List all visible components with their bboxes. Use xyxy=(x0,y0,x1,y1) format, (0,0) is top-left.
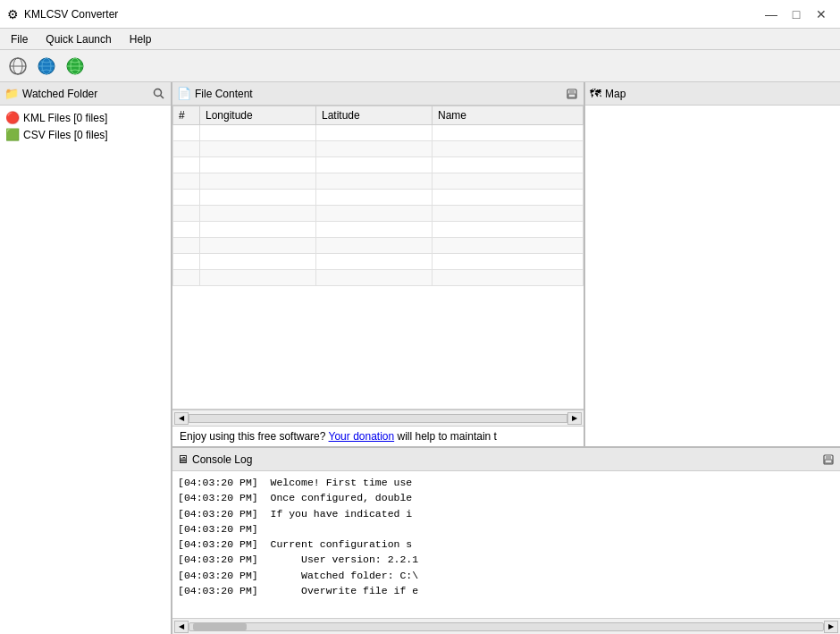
svg-rect-13 xyxy=(568,94,575,97)
toolbar-globe1-icon[interactable] xyxy=(34,54,59,79)
table-cell xyxy=(316,173,433,190)
table-cell xyxy=(433,141,584,157)
console-line: [04:03:20 PM] xyxy=(178,521,835,537)
table-row xyxy=(173,141,584,157)
console-scroll-right-btn[interactable]: ▶ xyxy=(824,621,838,633)
table-cell xyxy=(433,125,584,141)
console-title: Console Log xyxy=(192,453,818,466)
table-cell xyxy=(200,238,316,254)
file-content-hscrollbar[interactable]: ◀ ▶ xyxy=(172,410,584,426)
table-cell xyxy=(316,206,433,222)
file-content-action-icon[interactable] xyxy=(565,87,579,101)
app-icon: ⚙ xyxy=(7,7,19,21)
console-scroll-left-btn[interactable]: ◀ xyxy=(174,621,189,633)
link-icon-svg xyxy=(8,56,28,76)
maximize-button[interactable]: □ xyxy=(785,5,808,23)
table-cell xyxy=(173,270,200,286)
table-cell xyxy=(200,157,316,173)
kml-icon: 🔴 xyxy=(5,111,20,124)
scroll-left-btn[interactable]: ◀ xyxy=(174,412,189,425)
table-cell xyxy=(316,125,433,141)
svg-rect-16 xyxy=(825,460,832,463)
svg-rect-12 xyxy=(569,89,575,93)
console-line: [04:03:20 PM] User version: 2.2.1 xyxy=(178,552,835,567)
col-longitude: Longitude xyxy=(200,106,316,125)
svg-rect-15 xyxy=(826,455,831,459)
table-cell xyxy=(433,173,584,190)
col-number: # xyxy=(173,106,200,125)
console-header: 🖥 Console Log xyxy=(172,448,840,471)
table-cell xyxy=(173,222,200,238)
table-row xyxy=(173,125,584,141)
console-output: [04:03:20 PM] Welcome! First time use[04… xyxy=(172,471,840,618)
title-bar: ⚙ KMLCSV Converter — □ ✕ xyxy=(0,0,840,29)
table-cell xyxy=(200,190,316,206)
globe1-icon-svg xyxy=(37,56,56,76)
svg-line-10 xyxy=(161,95,164,98)
console-scroll-track[interactable] xyxy=(189,622,824,631)
close-button[interactable]: ✕ xyxy=(810,5,833,23)
console-action-icon[interactable] xyxy=(821,452,836,467)
table-cell xyxy=(316,254,433,270)
table-cell xyxy=(316,157,433,173)
table-cell xyxy=(316,141,433,157)
file-table-scroll[interactable]: # Longitude Latitude Name xyxy=(172,106,584,410)
console-panel: 🖥 Console Log [04:03:20 PM] Welcome! Fir… xyxy=(172,446,840,634)
table-cell xyxy=(433,238,584,254)
minimize-button[interactable]: — xyxy=(760,5,783,23)
table-cell xyxy=(200,222,316,238)
kml-files-label: KML Files [0 files] xyxy=(23,112,107,124)
csv-files-item[interactable]: 🟩 CSV Files [0 files] xyxy=(2,126,169,143)
file-content-icon: 📄 xyxy=(177,87,191,100)
toolbar-globe2-icon[interactable] xyxy=(63,54,88,79)
watched-folder-icon: 📁 xyxy=(4,87,19,100)
right-layout: 📄 File Content xyxy=(172,82,840,634)
table-cell xyxy=(433,206,584,222)
map-panel: 🗺 Map xyxy=(585,82,840,446)
table-cell xyxy=(316,190,433,206)
map-icon: 🗺 xyxy=(590,87,601,100)
table-cell xyxy=(173,125,200,141)
console-line: [04:03:20 PM] Overwrite file if e xyxy=(178,583,835,598)
menu-help[interactable]: Help xyxy=(122,31,159,47)
map-title: Map xyxy=(605,88,836,100)
menu-quicklaunch[interactable]: Quick Launch xyxy=(38,31,118,47)
donation-bar: Enjoy using this free software? Your don… xyxy=(172,426,584,446)
table-cell xyxy=(200,254,316,270)
table-cell xyxy=(200,141,316,157)
table-row xyxy=(173,157,584,173)
file-content-table: # Longitude Latitude Name xyxy=(172,106,584,286)
menu-file[interactable]: File xyxy=(4,31,35,47)
console-line: [04:03:20 PM] Current configuration s xyxy=(178,537,835,552)
file-tree: 🔴 KML Files [0 files] 🟩 CSV Files [0 fil… xyxy=(0,106,171,634)
table-cell xyxy=(316,238,433,254)
watched-folder-title: Watched Folder xyxy=(22,88,148,100)
table-row xyxy=(173,206,584,222)
watched-folder-panel: 📁 Watched Folder 🔴 KML Files [0 files] 🟩… xyxy=(0,82,172,634)
csv-files-label: CSV Files [0 files] xyxy=(23,129,108,141)
table-cell xyxy=(200,125,316,141)
file-content-header: 📄 File Content xyxy=(172,82,584,106)
table-cell xyxy=(173,254,200,270)
scroll-right-btn[interactable]: ▶ xyxy=(567,412,582,425)
kml-files-item[interactable]: 🔴 KML Files [0 files] xyxy=(2,109,169,126)
table-cell xyxy=(173,173,200,190)
map-panel-header: 🗺 Map xyxy=(585,82,840,106)
table-cell xyxy=(173,141,200,157)
scroll-track[interactable] xyxy=(189,414,567,423)
search-icon xyxy=(153,88,165,100)
csv-icon: 🟩 xyxy=(5,128,20,141)
console-line: [04:03:20 PM] Welcome! First time use xyxy=(178,475,835,490)
globe2-icon-svg xyxy=(65,56,85,76)
table-cell xyxy=(173,238,200,254)
table-cell xyxy=(316,270,433,286)
search-button[interactable] xyxy=(152,87,166,101)
table-cell xyxy=(433,157,584,173)
table-cell xyxy=(173,190,200,206)
console-hscrollbar[interactable]: ◀ ▶ xyxy=(172,618,840,634)
toolbar-link-icon[interactable] xyxy=(5,54,30,79)
donation-text-after: will help to maintain t xyxy=(394,430,497,443)
donation-link[interactable]: Your donation xyxy=(329,430,395,443)
file-content-panel: 📄 File Content xyxy=(172,82,585,446)
title-bar-left: ⚙ KMLCSV Converter xyxy=(7,7,118,21)
